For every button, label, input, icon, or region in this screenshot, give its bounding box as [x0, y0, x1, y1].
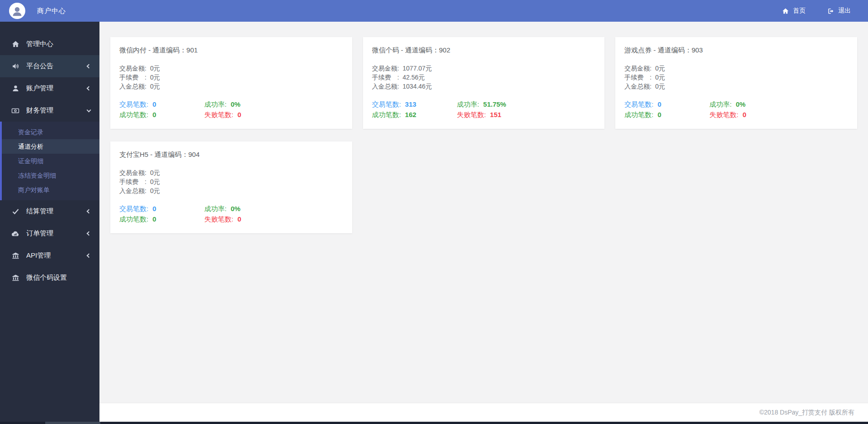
success-rate-value: 0%	[231, 100, 241, 108]
success-count-label: 成功笔数:	[119, 111, 148, 118]
fail-count-value: 0	[237, 111, 241, 118]
check-icon	[11, 207, 20, 215]
submenu-item-channel-analysis[interactable]: 通道分析	[2, 139, 99, 154]
trade-amount-value: 0元	[150, 65, 160, 72]
success-rate-value: 0%	[736, 100, 746, 108]
scrollbar-thumb[interactable]	[45, 422, 100, 424]
person-icon	[10, 4, 24, 18]
bank-icon	[11, 252, 20, 259]
fail-count-label: 失败笔数:	[204, 215, 233, 223]
fail-count-label: 失败笔数:	[709, 111, 738, 118]
success-count-label: 成功笔数:	[624, 111, 653, 118]
trade-count-value: 0	[152, 205, 156, 212]
sidebar-item-label: API管理	[26, 251, 87, 260]
trade-amount-label: 交易金额:	[119, 65, 146, 72]
announcement-icon	[11, 62, 20, 70]
fail-count-label: 失败笔数:	[204, 111, 233, 118]
success-rate-label: 成功率:	[204, 205, 226, 212]
chevron-left-icon	[87, 86, 91, 91]
trade-amount-value: 1077.07元	[403, 65, 432, 72]
sidebar-item-label: 财务管理	[26, 106, 87, 115]
card-body: 交易金额:1077.07元 手续费 :42.56元 入金总额:1034.46元	[372, 64, 596, 91]
finance-submenu: 资金记录 通道分析 证金明细 冻结资金明细 商户对账单	[0, 122, 99, 200]
trade-amount-label: 交易金额:	[372, 65, 399, 72]
home-link-label: 首页	[793, 7, 806, 15]
success-count-label: 成功笔数:	[119, 215, 148, 223]
card-stats: 交易笔数:0 成功率:0% 成功笔数:0 失败笔数:0	[119, 99, 343, 120]
success-rate-value: 51.75%	[483, 100, 506, 108]
sidebar-item-label: 微信个码设置	[26, 273, 90, 282]
card-title: 支付宝H5 - 通道编码：904	[119, 151, 343, 159]
sidebar-item-order-management[interactable]: 订单管理	[0, 222, 99, 245]
chevron-down-icon	[87, 108, 91, 112]
card-body: 交易金额:0元 手续费 :0元 入金总额:0元	[624, 64, 848, 91]
fee-label: 手续费 :	[372, 74, 399, 81]
deposit-label: 入金总额:	[119, 83, 146, 90]
fee-value: 0元	[655, 74, 665, 81]
trade-count-value: 0	[658, 100, 661, 108]
trade-count-label: 交易笔数:	[119, 100, 148, 108]
card-body: 交易金额:0元 手续费 :0元 入金总额:0元	[119, 64, 343, 91]
channel-card-903: 游戏点券 - 通道编码：903 交易金额:0元 手续费 :0元 入金总额:0元 …	[615, 37, 857, 129]
success-rate-label: 成功率:	[204, 100, 226, 108]
card-stats: 交易笔数:0 成功率:0% 成功笔数:0 失败笔数:0	[119, 203, 343, 224]
sidebar-menu: 管理中心 平台公告 账户管理	[0, 22, 99, 289]
trade-count-label: 交易笔数:	[372, 100, 401, 108]
sidebar-item-finance-management[interactable]: 财务管理	[0, 99, 99, 122]
submenu-item-merchant-statement[interactable]: 商户对账单	[2, 183, 99, 197]
sidebar-item-account-management[interactable]: 账户管理	[0, 77, 99, 99]
card-title: 微信内付 - 通道编码：901	[119, 46, 343, 55]
submenu-item-fund-records[interactable]: 资金记录	[2, 125, 99, 139]
topbar-links: 首页 退出	[760, 7, 868, 15]
trade-count-label: 交易笔数:	[119, 205, 148, 212]
channel-card-904: 支付宝H5 - 通道编码：904 交易金额:0元 手续费 :0元 入金总额:0元…	[110, 141, 352, 233]
sidebar-item-label: 订单管理	[26, 229, 87, 238]
channel-cards: 微信内付 - 通道编码：901 交易金额:0元 手续费 :0元 入金总额:0元 …	[110, 37, 857, 233]
trade-amount-value: 0元	[655, 65, 665, 72]
logout-link[interactable]: 退出	[827, 7, 851, 15]
brand-title: 商户中心	[37, 7, 66, 15]
deposit-value: 0元	[150, 187, 160, 194]
card-title: 游戏点券 - 通道编码：903	[624, 46, 848, 55]
sidebar-item-label: 平台公告	[26, 62, 87, 71]
success-rate-label: 成功率:	[709, 100, 731, 108]
brand-group: 商户中心	[0, 3, 66, 19]
sign-out-icon	[827, 8, 834, 14]
sidebar-item-api-management[interactable]: API管理	[0, 245, 99, 267]
success-count-value: 0	[658, 111, 661, 118]
fee-value: 0元	[150, 74, 160, 81]
channel-card-901: 微信内付 - 通道编码：901 交易金额:0元 手续费 :0元 入金总额:0元 …	[110, 37, 352, 129]
fail-count-value: 0	[743, 111, 746, 118]
horizontal-scrollbar[interactable]	[0, 422, 868, 424]
trade-count-value: 0	[152, 100, 156, 108]
success-count-label: 成功笔数:	[372, 111, 401, 118]
money-icon	[11, 107, 20, 115]
sidebar-item-settlement-management[interactable]: 结算管理	[0, 200, 99, 222]
fee-label: 手续费 :	[119, 178, 146, 185]
sidebar-item-wechat-code-settings[interactable]: 微信个码设置	[0, 267, 99, 289]
submenu-item-frozen-funds[interactable]: 冻结资金明细	[2, 168, 99, 183]
deposit-label: 入金总额:	[119, 187, 146, 194]
success-count-value: 0	[152, 111, 156, 118]
sidebar-item-management-center[interactable]: 管理中心	[0, 33, 99, 55]
channel-card-902: 微信个码 - 通道编码：902 交易金额:1077.07元 手续费 :42.56…	[363, 37, 605, 129]
topbar: 商户中心 首页 退出	[0, 0, 868, 22]
deposit-label: 入金总额:	[624, 83, 651, 90]
cloud-icon	[11, 230, 20, 238]
fail-count-value: 0	[237, 215, 241, 223]
home-link[interactable]: 首页	[782, 7, 806, 15]
fee-label: 手续费 :	[624, 74, 651, 81]
success-rate-label: 成功率:	[457, 100, 479, 108]
deposit-label: 入金总额:	[372, 83, 399, 90]
trade-count-label: 交易笔数:	[624, 100, 653, 108]
success-count-value: 0	[152, 215, 156, 223]
sidebar: 管理中心 平台公告 账户管理	[0, 22, 99, 424]
home-icon	[11, 40, 20, 48]
trade-amount-value: 0元	[150, 169, 160, 176]
submenu-item-deposit-details[interactable]: 证金明细	[2, 154, 99, 168]
chevron-left-icon	[87, 209, 91, 214]
avatar[interactable]	[9, 3, 25, 19]
sidebar-item-platform-announcements[interactable]: 平台公告	[0, 55, 99, 77]
logout-link-label: 退出	[838, 7, 851, 15]
fee-value: 0元	[150, 178, 160, 185]
